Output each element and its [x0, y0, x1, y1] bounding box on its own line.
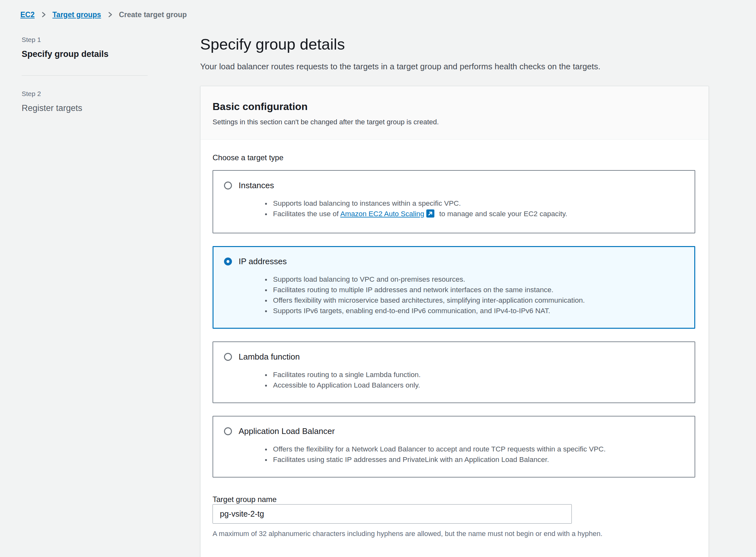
target-group-name-input[interactable] — [213, 504, 572, 524]
target-type-option-instances[interactable]: Instances Supports load balancing to ins… — [213, 170, 695, 233]
target-type-options: Instances Supports load balancing to ins… — [213, 170, 695, 477]
option-bullet: Supports IPv6 targets, enabling end-to-e… — [271, 305, 685, 316]
option-bullet: Facilitates routing to multiple IP addre… — [271, 285, 685, 295]
step-2-eyebrow: Step 2 — [22, 90, 148, 98]
steps-divider — [22, 75, 148, 76]
option-head: IP addresses — [224, 256, 685, 267]
basic-configuration-card: Basic configuration Settings in this sec… — [200, 86, 709, 557]
external-link-icon[interactable] — [426, 209, 435, 221]
chevron-right-icon — [40, 11, 47, 18]
breadcrumb: EC2 Target groups Create target group — [20, 9, 187, 20]
target-group-name-label: Target group name — [213, 495, 277, 504]
option-label: Application Load Balancer — [239, 426, 335, 437]
option-bullets: Facilitates routing to a single Lambda f… — [224, 370, 685, 390]
amazon-ec2-auto-scaling-link[interactable]: Amazon EC2 Auto Scaling — [340, 210, 424, 218]
radio-selected-icon[interactable] — [224, 258, 232, 265]
page-title: Specify group details — [200, 35, 709, 53]
option-head: Lambda function — [224, 351, 685, 362]
card-body: Choose a target type Instances Supports … — [200, 140, 708, 557]
card-header: Basic configuration Settings in this sec… — [200, 86, 708, 140]
option-bullet: Facilitates routing to a single Lambda f… — [271, 370, 685, 380]
option-head: Application Load Balancer — [224, 426, 685, 437]
option-bullets: Supports load balancing to VPC and on-pr… — [224, 274, 685, 316]
page-description: Your load balancer routes requests to th… — [200, 61, 709, 72]
target-type-option-ip-addresses[interactable]: IP addresses Supports load balancing to … — [213, 246, 695, 329]
option-label: Instances — [239, 180, 274, 191]
option-bullet: Supports load balancing to instances wit… — [271, 198, 685, 209]
bullet-text: Facilitates the use of — [273, 210, 340, 218]
radio-unselected-icon[interactable] — [224, 353, 232, 361]
target-type-option-lambda-function[interactable]: Lambda function Facilitates routing to a… — [213, 342, 695, 403]
breadcrumb-link-target-groups[interactable]: Target groups — [53, 9, 101, 20]
radio-unselected-icon[interactable] — [224, 181, 232, 189]
option-label: IP addresses — [239, 256, 287, 267]
option-bullets: Supports load balancing to instances wit… — [224, 198, 685, 221]
sidebar-step-register-targets: Register targets — [22, 103, 148, 114]
sidebar-step-specify-group-details[interactable]: Specify group details — [22, 49, 148, 59]
option-label: Lambda function — [239, 351, 300, 362]
target-group-name-hint: A maximum of 32 alphanumeric characters … — [213, 529, 695, 538]
main-content: Specify group details Your load balancer… — [200, 35, 709, 557]
option-bullet: Offers the flexibility for a Network Loa… — [271, 444, 685, 454]
target-type-option-application-load-balancer[interactable]: Application Load Balancer Offers the fle… — [213, 416, 695, 477]
radio-unselected-icon[interactable] — [224, 427, 232, 435]
option-bullets: Offers the flexibility for a Network Loa… — [224, 444, 685, 465]
target-type-label: Choose a target type — [213, 153, 695, 163]
bullet-text: to manage and scale your EC2 capacity. — [437, 210, 567, 218]
wizard-steps-sidebar: Step 1 Specify group details Step 2 Regi… — [22, 36, 148, 114]
option-bullet: Offers flexibility with microservice bas… — [271, 295, 685, 305]
breadcrumb-link-ec2[interactable]: EC2 — [20, 9, 35, 20]
wizard-step-2: Step 2 Register targets — [22, 90, 148, 114]
chevron-right-icon — [107, 11, 113, 18]
target-group-name-field: Target group name A maximum of 32 alphan… — [213, 495, 695, 538]
option-bullet: Supports load balancing to VPC and on-pr… — [271, 274, 685, 285]
option-head: Instances — [224, 180, 685, 191]
wizard-step-1: Step 1 Specify group details — [22, 36, 148, 59]
step-1-eyebrow: Step 1 — [22, 36, 148, 44]
breadcrumb-current-page: Create target group — [119, 9, 187, 20]
card-note: Settings in this section can't be change… — [213, 118, 695, 126]
option-bullet: Facilitates using static IP addresses an… — [271, 454, 685, 465]
option-bullet: Facilitates the use of Amazon EC2 Auto S… — [271, 209, 685, 221]
card-title: Basic configuration — [213, 100, 695, 113]
option-bullet: Accessible to Application Load Balancers… — [271, 380, 685, 390]
